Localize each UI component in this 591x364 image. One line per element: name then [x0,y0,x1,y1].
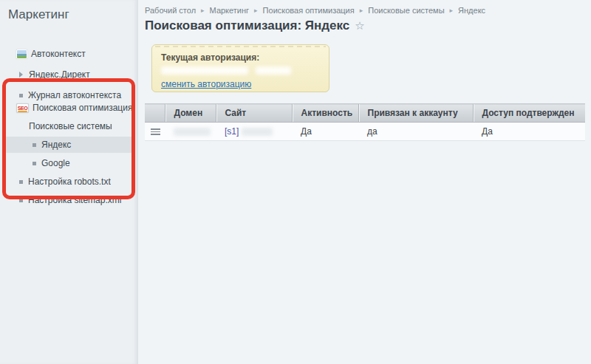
column-header-domain[interactable]: Домен [165,104,216,123]
authorization-heading: Текущая авторизация: [161,52,320,63]
site-cell: [s1] [216,123,292,141]
main-content: Рабочий стол ▸ Маркетинг ▸ Поисковая опт… [138,0,591,364]
breadcrumb-item-desktop[interactable]: Рабочий стол [145,6,196,15]
censored-blur [242,128,273,136]
bullet-icon [19,199,23,202]
autocontext-icon [16,49,27,59]
sidebar-item-label: Автоконтекст [31,49,86,59]
sidebar-item-label: Поисковая оптимизация [33,103,132,113]
sidebar-title: Маркетинг [0,0,137,22]
linked-cell: да [358,123,473,141]
sidebar-item-label: Настройка robots.txt [28,176,111,187]
sidebar-item-yandex[interactable]: Яндекс [0,137,137,153]
sidebar-item-label: Яндекс [41,140,71,150]
sidebar-item-label: Настройка sitemap.xml [28,195,121,205]
bullet-icon [19,180,23,184]
column-header-active[interactable]: Активность [292,104,358,123]
column-header-access[interactable]: Доступ подтвержден [473,104,585,123]
access-cell: Да [473,123,585,141]
row-menu-cell [145,123,165,141]
chevron-right-icon[interactable] [19,72,23,78]
sidebar-item-label: Журнал автоконтекста [28,90,121,100]
censored-blur [161,66,248,75]
active-cell: Да [292,123,358,141]
table-header-row: Домен Сайт Активность Привязан к аккаунт… [145,104,585,123]
sidebar: Маркетинг Автоконтекст Яндекс.Директ Жур… [0,0,138,364]
sidebar-item-google[interactable]: Google [0,155,137,171]
sidebar-item-label: Поисковые системы [29,121,112,131]
authorization-censored-value [161,66,320,75]
breadcrumb-separator-icon: ▸ [201,7,205,14]
bullet-icon [19,94,23,97]
sidebar-item-label: Яндекс.Директ [29,69,90,80]
breadcrumb-item-yandex[interactable]: Яндекс [458,6,485,15]
sidebar-item-seo[interactable]: SEO Поисковая оптимизация [0,100,137,116]
breadcrumb-item-marketing[interactable]: Маркетинг [210,6,249,15]
seo-icon: SEO [16,103,29,113]
censored-blur [174,128,211,136]
bullet-icon [33,143,36,147]
column-header-linked[interactable]: Привязан к аккаунту [358,104,473,123]
breadcrumb-item-seo[interactable]: Поисковая оптимизация [263,6,355,15]
breadcrumb-separator-icon: ▸ [450,7,454,14]
page-title: Поисковая оптимизация: Яндекс [145,18,349,33]
favorite-star-icon[interactable]: ☆ [355,19,364,32]
sidebar-item-search-engines[interactable]: Поисковые системы [0,118,137,134]
censored-blur [256,66,291,75]
change-authorization-link[interactable]: сменить авторизацию [161,79,251,89]
sidebar-item-label: Google [41,158,70,168]
sidebar-item-robots-txt[interactable]: Настройка robots.txt [0,174,137,190]
sidebar-item-autocontext[interactable]: Автоконтекст [0,46,137,62]
column-header-site[interactable]: Сайт [216,104,292,123]
site-id-link[interactable]: [s1] [225,126,239,137]
column-header-menu [145,104,165,123]
breadcrumb-separator-icon: ▸ [254,7,258,14]
search-engine-table: Домен Сайт Активность Привязан к аккаунт… [145,103,585,141]
breadcrumb-separator-icon: ▸ [360,7,363,14]
breadcrumb: Рабочий стол ▸ Маркетинг ▸ Поисковая опт… [138,0,591,15]
breadcrumb-item-search-engines[interactable]: Поисковые системы [368,6,444,15]
sidebar-item-yandex-direct[interactable]: Яндекс.Директ [0,66,137,83]
sidebar-menu: Автоконтекст Яндекс.Директ Журнал автоко… [0,22,137,347]
table-row: [s1] Да да Да [145,123,585,141]
sidebar-item-sitemap-xml[interactable]: Настройка sitemap.xml [0,192,137,208]
current-authorization-note: Текущая авторизация: сменить авторизацию [151,44,329,92]
row-actions-menu-icon[interactable] [151,128,160,135]
domain-cell [165,123,216,141]
bullet-icon [33,162,36,165]
